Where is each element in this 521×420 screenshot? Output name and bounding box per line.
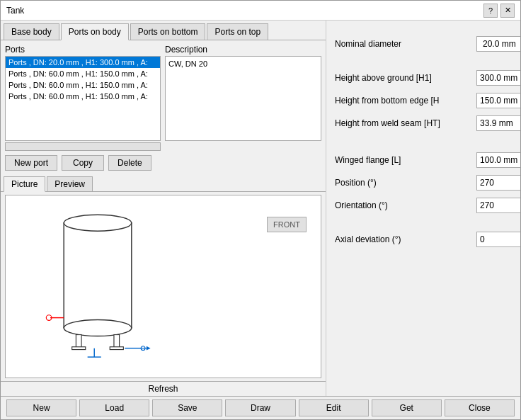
port-item[interactable]: Ports , DN: 60.0 mm , H1: 150.0 mm , A: — [6, 79, 160, 91]
height-from-weld-group: Height from weld seam [HT] — [335, 115, 512, 131]
port-item[interactable]: Ports , DN: 20.0 mm , H1: 300.0 mm , A: — [6, 57, 160, 68]
svg-rect-0 — [64, 223, 132, 328]
close-button[interactable]: Close — [445, 399, 515, 416]
height-above-ground-input[interactable] — [476, 70, 520, 86]
preview-area: FRONT — [5, 195, 321, 378]
axial-deviation-label: Axial deviation (°) — [335, 234, 476, 244]
content-area: Base body Ports on body Ports on bottom … — [1, 21, 520, 396]
tab-picture[interactable]: Picture — [4, 176, 45, 192]
main-tabs: Base body Ports on body Ports on bottom … — [1, 21, 326, 40]
load-button[interactable]: Load — [79, 399, 149, 416]
title-bar: Tank ? ✕ — [1, 1, 520, 21]
main-window: Tank ? ✕ Base body Ports on body Ports o… — [0, 0, 521, 420]
edit-button[interactable]: Edit — [299, 399, 369, 416]
delete-button[interactable]: Delete — [108, 155, 151, 171]
tab-ports-on-body[interactable]: Ports on body — [61, 23, 129, 40]
nominal-diameter-select[interactable]: 20.0 mm — [476, 36, 520, 52]
svg-rect-6 — [110, 347, 123, 350]
height-from-bottom-label: Height from bottom edge [H — [335, 96, 476, 106]
svg-rect-4 — [114, 335, 120, 348]
port-item[interactable]: Ports , DN: 60.0 mm , H1: 150.0 mm , A: — [6, 68, 160, 79]
axial-deviation-group: Axial deviation (°) — [335, 232, 512, 247]
svg-marker-14 — [147, 346, 151, 351]
axial-deviation-input[interactable] — [476, 232, 520, 247]
tab-ports-on-bottom[interactable]: Ports on bottom — [130, 23, 206, 40]
copy-button[interactable]: Copy — [62, 155, 104, 171]
ports-label: Ports — [5, 45, 161, 55]
tab-preview[interactable]: Preview — [47, 176, 93, 191]
tab-ports-on-top[interactable]: Ports on top — [207, 23, 268, 40]
nominal-diameter-group: Nominal diameter 20.0 mm — [335, 36, 512, 52]
height-from-bottom-group: Height from bottom edge [H — [335, 93, 512, 108]
save-button[interactable]: Save — [152, 399, 222, 416]
position-group: Position (°) — [335, 175, 512, 191]
orientation-label: Orientation (°) — [335, 200, 476, 210]
new-port-button[interactable]: New port — [5, 155, 57, 171]
height-from-weld-input[interactable] — [476, 115, 520, 131]
orientation-input[interactable] — [476, 198, 520, 213]
horizontal-scrollbar[interactable] — [5, 142, 161, 151]
winged-flange-input[interactable] — [476, 152, 520, 168]
window-title: Tank — [6, 6, 24, 16]
left-panel: Base body Ports on body Ports on bottom … — [1, 21, 326, 396]
bottom-bar: New Load Save Draw Edit Get Close — [1, 396, 520, 419]
svg-point-2 — [64, 319, 132, 336]
position-input[interactable] — [476, 175, 520, 191]
close-button[interactable]: ✕ — [500, 4, 515, 18]
desc-label: Description — [165, 45, 321, 55]
position-label: Position (°) — [335, 178, 476, 188]
tab-base-body[interactable]: Base body — [4, 23, 59, 40]
height-above-ground-label: Height above ground [H1] — [335, 73, 476, 83]
sub-tabs: Picture Preview — [1, 175, 326, 192]
orientation-group: Orientation (°) — [335, 198, 512, 213]
svg-rect-3 — [76, 335, 81, 348]
get-button[interactable]: Get — [372, 399, 442, 416]
port-item[interactable]: Ports , DN: 60.0 mm , H1: 150.0 mm , A: — [6, 91, 160, 102]
help-button[interactable]: ? — [483, 4, 498, 18]
right-panel: Nominal diameter 20.0 mm Height above gr… — [326, 21, 520, 396]
svg-rect-5 — [72, 347, 86, 350]
draw-button[interactable]: Draw — [225, 399, 295, 416]
winged-flange-label: Winged flange [L] — [335, 155, 476, 165]
ports-list[interactable]: Ports , DN: 20.0 mm , H1: 300.0 mm , A: … — [5, 56, 161, 141]
height-from-weld-label: Height from weld seam [HT] — [335, 118, 476, 128]
front-label: FRONT — [267, 217, 307, 232]
desc-value: CW, DN 20 — [168, 59, 207, 68]
height-above-ground-group: Height above ground [H1] — [335, 70, 512, 86]
nominal-diameter-label: Nominal diameter — [335, 39, 476, 49]
winged-flange-group: Winged flange [L] — [335, 152, 512, 168]
tank-illustration — [27, 203, 168, 358]
ports-section: Ports Ports , DN: 20.0 mm , H1: 300.0 mm… — [1, 40, 326, 175]
description-box: CW, DN 20 — [165, 56, 321, 141]
refresh-button[interactable]: Refresh — [1, 381, 326, 396]
new-button[interactable]: New — [6, 399, 76, 416]
svg-point-1 — [64, 215, 132, 231]
height-from-bottom-input[interactable] — [476, 93, 520, 108]
